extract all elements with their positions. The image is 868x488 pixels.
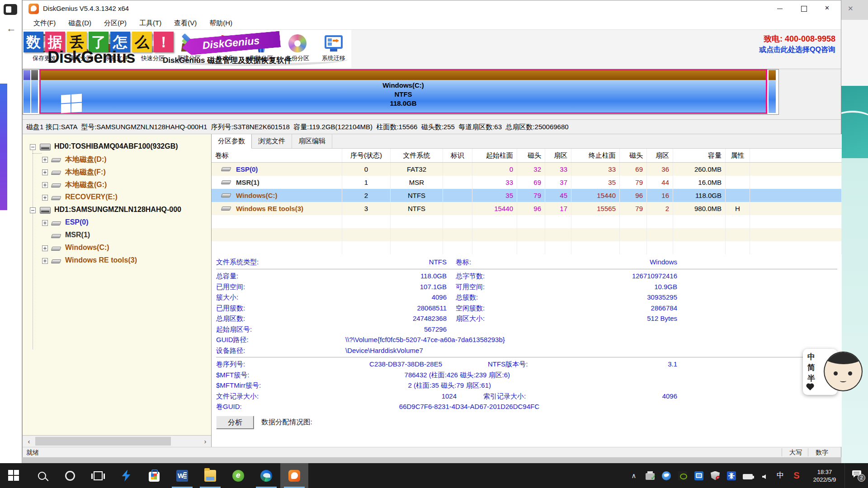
ime-lang-indicator[interactable]: 中 xyxy=(807,352,815,362)
cortana-button[interactable] xyxy=(56,463,84,488)
device-path-label: 设备路径: xyxy=(216,345,288,356)
desktop-right: ✕ xyxy=(841,0,868,463)
table-header: 卷标 序号(状态) 文件系统 标识 起始柱面 磁头 扇区 终止柱面 磁头 扇区 … xyxy=(212,149,842,163)
tray-printer[interactable] xyxy=(642,463,658,488)
tree-item-local-g[interactable]: 本地磁盘(G:) xyxy=(23,178,211,191)
menu-file[interactable]: 文件(F) xyxy=(27,18,62,29)
scroll-right-icon[interactable]: › xyxy=(202,438,209,445)
table-row-esp[interactable]: ESP(0) 0FAT32 03233 336936 260.0MB xyxy=(212,163,842,176)
maximize-button[interactable] xyxy=(793,0,815,17)
heart-icon[interactable] xyxy=(807,384,813,390)
minimize-button[interactable] xyxy=(769,0,791,17)
banner-tile: ！ xyxy=(154,32,174,52)
tab-partition-params[interactable]: 分区参数 xyxy=(212,134,252,149)
winre-partition-block[interactable] xyxy=(769,70,776,113)
volume-icon xyxy=(51,196,61,200)
tray-security[interactable] xyxy=(707,463,723,488)
start-button[interactable] xyxy=(0,463,28,488)
menu-disk[interactable]: 磁盘(D) xyxy=(62,18,98,29)
volume-icon xyxy=(51,221,61,225)
edge-button[interactable] xyxy=(252,463,280,488)
analyze-button[interactable]: 分析 xyxy=(216,416,254,429)
tray-sogou[interactable]: S xyxy=(788,463,805,488)
tree-item-winre[interactable]: Windows RE tools(3) xyxy=(23,254,211,267)
disk-tree-panel: HD0:TOSHIBAMQ04ABF100(932GB) 本地磁盘(D:) 本地… xyxy=(23,134,212,447)
tree-item-esp[interactable]: ESP(0) xyxy=(23,216,211,229)
table-row-empty xyxy=(212,228,842,241)
status-caps: 大写 xyxy=(789,449,802,457)
tab-browse-files[interactable]: 浏览文件 xyxy=(252,134,292,149)
wallpaper-light xyxy=(841,158,868,463)
store-icon xyxy=(149,472,160,482)
ime-mascot-avatar[interactable] xyxy=(824,352,863,391)
tree-item-hd1[interactable]: HD1:SAMSUNGMZNLN128HAHQ-000 xyxy=(23,204,211,216)
expand-icon[interactable] xyxy=(42,245,48,251)
expand-icon[interactable] xyxy=(42,169,48,175)
expand-icon[interactable] xyxy=(42,195,48,201)
msr-partition-block[interactable] xyxy=(31,70,38,113)
tray-nvidia[interactable] xyxy=(675,463,691,488)
diskgenius-taskbar-button[interactable] xyxy=(280,463,308,488)
volume-details: 文件系统类型: NTFS 卷标: Windows 总容量:118.0GB总字节数… xyxy=(212,256,842,447)
guid-path-label: GUID路径: xyxy=(216,334,288,345)
collapse-icon[interactable] xyxy=(30,207,36,213)
close-button[interactable] xyxy=(816,0,839,17)
scrollbar-thumb[interactable] xyxy=(35,437,171,446)
diskgenius-window: DiskGenius V5.4.3.1342 x64 文件(F) 磁盘(D) 分… xyxy=(22,0,841,457)
tray-expand-button[interactable]: ∧ xyxy=(626,463,642,488)
explorer-button[interactable] xyxy=(196,463,224,488)
tree-item-recovery-e[interactable]: RECOVERY(E:) xyxy=(23,191,211,204)
windows-partition-block[interactable]: Windows(C:) NTFS 118.0GB xyxy=(39,69,767,114)
esp-partition-block[interactable] xyxy=(24,70,30,113)
scroll-left-icon[interactable]: ‹ xyxy=(25,438,33,445)
tab-sector-edit[interactable]: 扇区编辑 xyxy=(292,134,332,149)
taskbar-clock[interactable]: 18:37 2022/5/9 xyxy=(805,468,844,483)
menu-partition[interactable]: 分区(P) xyxy=(98,18,133,29)
tree-item-local-f[interactable]: 本地磁盘(F:) xyxy=(23,166,211,178)
tray-intel-graphics[interactable] xyxy=(691,463,707,488)
menu-tools[interactable]: 工具(T) xyxy=(133,18,168,29)
notification-center-button[interactable]: 2 xyxy=(844,463,868,488)
table-row-windows-selected[interactable]: Windows(C:) 2NTFS 357945 154409616 118.0… xyxy=(212,189,842,202)
expand-icon[interactable] xyxy=(42,157,48,163)
browser-360-button[interactable] xyxy=(224,463,252,488)
tray-bird-app[interactable] xyxy=(658,463,675,488)
table-row-empty xyxy=(212,215,842,228)
task-view-button[interactable] xyxy=(84,463,112,488)
battery-icon xyxy=(743,474,753,479)
collapse-icon[interactable] xyxy=(30,144,36,150)
tray-snowflake-app[interactable] xyxy=(723,463,740,488)
edge-icon xyxy=(260,470,272,482)
diskgenius-icon xyxy=(288,470,300,482)
tray-volume[interactable] xyxy=(756,463,772,488)
ime-halfwidth-indicator[interactable]: 半 xyxy=(807,373,815,384)
tree-item-msr[interactable]: MSR(1) xyxy=(23,229,211,242)
expand-icon[interactable] xyxy=(42,220,48,226)
diskgenius-app-icon xyxy=(28,4,39,14)
ime-simplified-indicator[interactable]: 简 xyxy=(807,362,815,373)
menu-view[interactable]: 查看(V) xyxy=(168,18,203,29)
banner-tile: 数 xyxy=(24,32,43,52)
partition-body: Windows(C:) NTFS 118.0GB xyxy=(41,80,766,113)
backup-partition-icon xyxy=(288,33,307,53)
tray-battery[interactable] xyxy=(740,463,756,488)
menu-help[interactable]: 帮助(H) xyxy=(203,18,239,29)
background-close-icon: ✕ xyxy=(841,0,868,20)
store-button[interactable] xyxy=(140,463,168,488)
table-row-msr[interactable]: MSR(1) 1MSR 336937 357944 16.0MB xyxy=(212,176,842,189)
expand-icon[interactable] xyxy=(42,182,48,188)
tree-item-hd0[interactable]: HD0:TOSHIBAMQ04ABF100(932GB) xyxy=(23,141,211,153)
tree-item-windows-c[interactable]: Windows(C:) xyxy=(23,242,211,254)
tray-input-indicator[interactable]: 中 xyxy=(772,463,788,488)
word-button[interactable] xyxy=(168,463,196,488)
background-tab-icon xyxy=(4,4,17,15)
taskbar-search-button[interactable] xyxy=(28,463,56,488)
volume-icon xyxy=(221,206,231,211)
tree-item-local-d[interactable]: 本地磁盘(D:) xyxy=(23,153,211,166)
table-row-winre[interactable]: Windows RE tools(3) 3NTFS 154409617 1556… xyxy=(212,202,842,215)
tree-horizontal-scrollbar[interactable]: ‹ › xyxy=(23,435,212,447)
volume-icon xyxy=(51,171,61,175)
flash-app-button[interactable] xyxy=(112,463,140,488)
expand-icon[interactable] xyxy=(42,258,48,264)
banner-caption: DiskGenius 磁盘管理及数据恢复软件 xyxy=(163,55,292,66)
